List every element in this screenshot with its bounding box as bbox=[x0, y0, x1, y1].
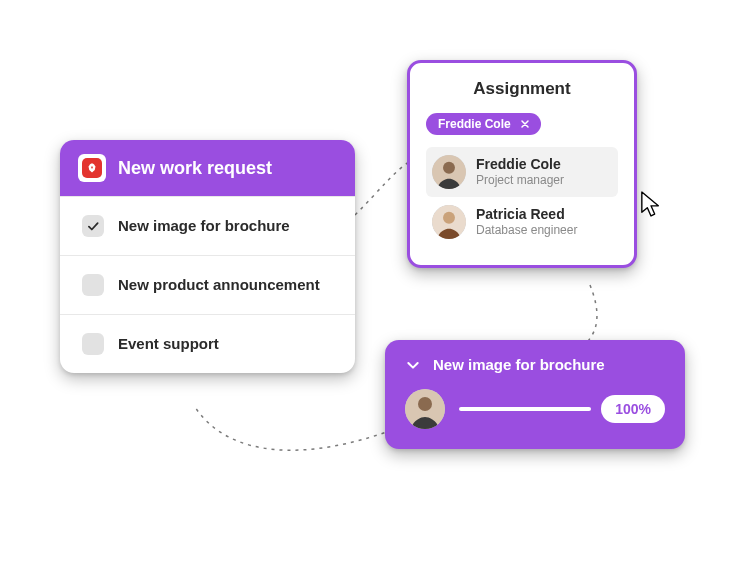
progress-percent: 100% bbox=[601, 395, 665, 423]
work-request-card: New work request New image for brochure … bbox=[60, 140, 355, 373]
app-icon bbox=[78, 154, 106, 182]
svg-point-3 bbox=[443, 212, 455, 224]
checkbox-checked-icon[interactable] bbox=[82, 215, 104, 237]
request-item-label: New product announcement bbox=[118, 276, 320, 295]
assignee-list: Freddie Cole Project manager Patricia Re… bbox=[426, 147, 618, 247]
progress-title: New image for brochure bbox=[433, 356, 605, 373]
assignee-option[interactable]: Patricia Reed Database engineer bbox=[426, 197, 618, 247]
assignee-chip[interactable]: Freddie Cole bbox=[426, 113, 541, 135]
avatar bbox=[405, 389, 445, 429]
assignee-name: Patricia Reed bbox=[476, 207, 577, 222]
assignee-role: Database engineer bbox=[476, 224, 577, 237]
svg-point-5 bbox=[418, 397, 432, 411]
work-request-title: New work request bbox=[118, 158, 272, 179]
assignee-role: Project manager bbox=[476, 174, 564, 187]
work-request-header: New work request bbox=[60, 140, 355, 196]
assignment-card: Assignment Freddie Cole Freddie Cole Pro… bbox=[407, 60, 637, 268]
progress-header[interactable]: New image for brochure bbox=[405, 356, 665, 373]
avatar bbox=[432, 155, 466, 189]
progress-bar bbox=[459, 407, 591, 411]
avatar bbox=[432, 205, 466, 239]
progress-body: 100% bbox=[405, 389, 665, 429]
request-item[interactable]: New product announcement bbox=[60, 255, 355, 314]
request-item-label: Event support bbox=[118, 335, 219, 354]
request-item[interactable]: New image for brochure bbox=[60, 196, 355, 255]
assignment-title: Assignment bbox=[426, 79, 618, 99]
chip-label: Freddie Cole bbox=[438, 117, 511, 131]
request-item-label: New image for brochure bbox=[118, 217, 290, 236]
svg-point-1 bbox=[443, 162, 455, 174]
lion-icon bbox=[82, 158, 102, 178]
checkbox-unchecked-icon[interactable] bbox=[82, 274, 104, 296]
close-icon[interactable] bbox=[519, 118, 531, 130]
checkbox-unchecked-icon[interactable] bbox=[82, 333, 104, 355]
assignee-option[interactable]: Freddie Cole Project manager bbox=[426, 147, 618, 197]
request-item[interactable]: Event support bbox=[60, 314, 355, 373]
progress-card: New image for brochure 100% bbox=[385, 340, 685, 449]
assignee-name: Freddie Cole bbox=[476, 157, 564, 172]
cursor-icon bbox=[640, 190, 662, 218]
chevron-down-icon bbox=[405, 357, 421, 373]
